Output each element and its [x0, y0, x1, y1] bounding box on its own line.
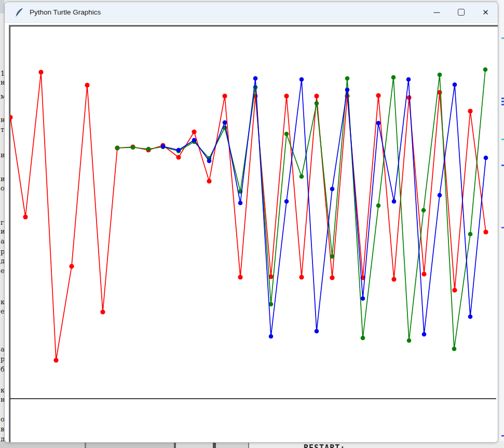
red-data-point — [9, 115, 13, 119]
scroll-mark — [501, 37, 504, 39]
green-data-point — [345, 76, 350, 81]
blue-data-point — [468, 315, 473, 319]
red-data-point — [468, 108, 472, 113]
green-data-point — [330, 254, 335, 259]
scroll-mark — [501, 139, 504, 140]
scroll-mark — [501, 104, 504, 105]
green-data-point — [361, 336, 365, 341]
green-data-point — [468, 232, 473, 237]
red-data-point — [69, 264, 74, 268]
red-data-point — [330, 275, 334, 280]
close-icon: ✕ — [482, 8, 489, 16]
scroll-mark — [501, 101, 504, 102]
maximize-icon — [458, 9, 465, 16]
red-data-point — [406, 95, 411, 100]
minimize-icon: ─ — [434, 9, 440, 16]
screen: 1нмнтрииогриарадеекеетазрабкеновдн RESTA… — [0, 0, 504, 448]
red-data-point — [192, 129, 196, 134]
red-data-point — [222, 93, 227, 98]
blue-data-point — [484, 156, 488, 160]
blue-data-point — [161, 144, 166, 149]
scroll-mark — [501, 435, 504, 437]
blue-data-point — [269, 334, 274, 339]
blue-data-point — [238, 201, 243, 206]
green-data-point — [421, 208, 426, 213]
background-left-topblock — [0, 0, 4, 13]
red-data-point — [100, 309, 105, 314]
red-data-point — [23, 214, 28, 219]
scroll-mark — [501, 227, 504, 228]
green-data-point — [115, 146, 120, 151]
minimize-button[interactable]: ─ — [425, 2, 449, 22]
green-data-point — [284, 132, 289, 137]
red-data-point — [38, 70, 43, 74]
red-data-point — [314, 93, 319, 98]
turtle-graphics-window: Python Turtle Graphics ─ ✕ — [4, 2, 498, 443]
blue-data-point — [284, 199, 289, 204]
chart-svg — [9, 25, 498, 443]
blue-data-point — [192, 138, 197, 143]
blue-data-point — [453, 83, 457, 87]
blue-data-point — [223, 120, 227, 125]
red-data-point — [284, 93, 289, 98]
titlebar[interactable]: Python Turtle Graphics ─ ✕ — [5, 2, 498, 23]
blue-data-point — [361, 296, 365, 301]
close-button[interactable]: ✕ — [473, 2, 498, 22]
blue-data-point — [315, 329, 319, 334]
red-data-point — [85, 83, 89, 87]
blue-data-point — [392, 199, 397, 204]
red-data-point — [207, 179, 211, 183]
red-data-point — [421, 271, 426, 276]
blue-data-point — [406, 77, 411, 82]
green-data-point — [376, 203, 381, 208]
red-data-point — [238, 275, 242, 279]
turtle-canvas — [9, 25, 498, 443]
green-data-point — [438, 73, 442, 77]
red-data-point — [391, 277, 396, 281]
red-data-point — [299, 275, 304, 279]
red-series-line — [10, 72, 486, 360]
blue-data-point — [438, 193, 442, 198]
shell-restart-text: RESTART: — [304, 443, 345, 448]
red-data-point — [483, 229, 488, 234]
red-data-point — [376, 93, 380, 98]
blue-data-point — [422, 332, 427, 337]
blue-data-point — [330, 187, 335, 192]
green-data-point — [131, 145, 135, 150]
window-title: Python Turtle Graphics — [30, 8, 101, 16]
green-data-point — [315, 101, 319, 106]
green-data-point — [407, 338, 412, 343]
green-data-point — [299, 174, 304, 179]
blue-data-point — [345, 88, 350, 92]
blue-data-point — [376, 121, 381, 126]
red-data-point — [176, 155, 181, 159]
red-data-point — [53, 358, 58, 362]
blue-data-point — [176, 148, 181, 153]
green-data-point — [146, 147, 151, 152]
scroll-mark — [501, 98, 504, 99]
blue-data-point — [207, 159, 212, 164]
maximize-button[interactable] — [449, 2, 473, 22]
green-data-point — [483, 67, 488, 72]
window-controls: ─ ✕ — [425, 2, 498, 22]
feather-icon — [15, 8, 24, 17]
red-data-point — [452, 288, 457, 292]
blue-data-point — [299, 77, 304, 82]
scroll-mark — [501, 165, 504, 166]
blue-data-point — [253, 76, 258, 81]
green-data-point — [452, 347, 457, 351]
green-data-point — [391, 75, 396, 80]
green-series-line — [117, 70, 485, 349]
